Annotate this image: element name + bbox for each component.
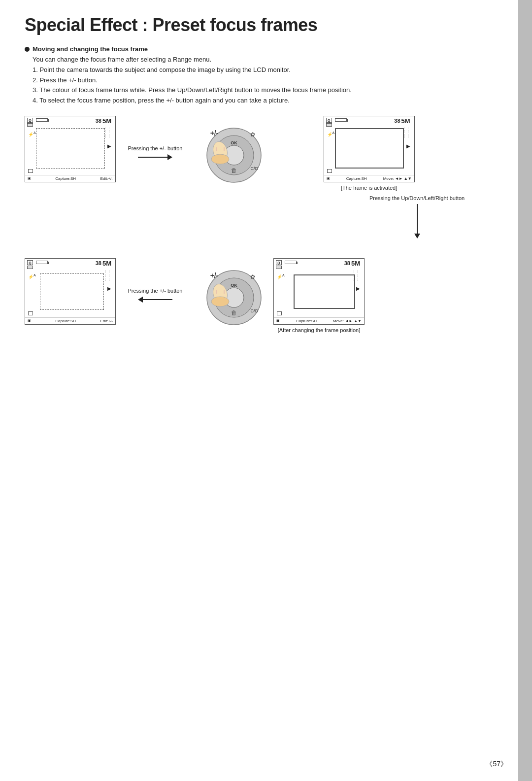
screen1-flash: ⚡A (28, 131, 36, 137)
arrow2 (138, 297, 172, 303)
screen1-square-icon (28, 169, 33, 173)
svg-text:D: D (255, 166, 259, 171)
screen2-square-icon (327, 169, 332, 173)
screen4-arrow: ▶ (356, 286, 360, 291)
svg-text:✿: ✿ (250, 273, 255, 280)
vert-arrow-caption: Pressing the Up/Down/Left/Right button (369, 195, 465, 202)
screen3-square-icon (28, 311, 33, 315)
screen4-solid-box (294, 274, 355, 309)
screen2-area: Q 38 5M ⋮⋮⋮⋮⋮⋮ ⚡A ▶ ▣ Capture:S (273, 116, 465, 238)
screen2-arrow: ▶ (406, 143, 410, 149)
vert-arrow (414, 204, 420, 238)
arrow1 (138, 154, 172, 160)
button-ctrl-2: OK ✿ +/- C/ D 🗑 (195, 258, 273, 334)
screen3-arrow: ▶ (107, 286, 111, 291)
bullet-title: Moving and changing the focus frame (25, 45, 507, 53)
bullet-section: Moving and changing the focus frame You … (25, 45, 507, 106)
screen4-flash: ⚡A (277, 273, 285, 279)
arrow2-caption: Pressing the +/- button (128, 288, 183, 294)
arrow1-caption: Pressing the +/- button (128, 145, 183, 151)
arrow1-area: Pressing the +/- button (116, 116, 195, 160)
svg-text:D: D (255, 308, 259, 313)
screen4-area: Q 38 5M ⋮⋮⋮⋮⋮⋮ ⚡A ▶ ▣ Capture:S (273, 258, 365, 333)
screen2-flash: ⚡A (327, 131, 335, 137)
diagram-container: Q 38 5M ⋮⋮⋮⋮⋮⋮ ⚡A ▶ (25, 116, 507, 334)
screen2-bottom-bar: ▣ Capture:SH Move: ◄► ▲▼ (324, 175, 414, 182)
svg-text:OK: OK (231, 283, 237, 288)
camera-screen-4: Q 38 5M ⋮⋮⋮⋮⋮⋮ ⚡A ▶ ▣ Capture:S (273, 258, 365, 325)
screen4-megapixel: 5M (351, 260, 360, 267)
screen3-flash: ⚡A (28, 273, 36, 279)
screen3-dots: ⋮⋮⋮⋮⋮⋮ (103, 270, 111, 281)
vert-arrow-section: Pressing the Up/Down/Left/Right button (273, 195, 465, 238)
screen1-bottom-bar: ▣ Capture:SH Edit:+/- (25, 175, 115, 182)
screen2-number: 38 (394, 118, 400, 124)
screen3-wrapper: Q 38 5M ⋮⋮⋮⋮⋮⋮ ⚡A ▶ ▣ Capture:S (25, 258, 116, 325)
screen1-wrapper: Q 38 5M ⋮⋮⋮⋮⋮⋮ ⚡A ▶ (25, 116, 116, 182)
screen3-megapixel: 5M (102, 260, 111, 267)
svg-text:C/: C/ (251, 166, 255, 171)
label-frame-activated: [The frame is activated] (341, 185, 397, 191)
screen4-square-icon (277, 311, 282, 315)
svg-text:+/-: +/- (210, 129, 219, 137)
screen2-solid-box (335, 128, 404, 169)
diagram-row-1: Q 38 5M ⋮⋮⋮⋮⋮⋮ ⚡A ▶ (25, 116, 507, 238)
svg-text:✿: ✿ (250, 131, 255, 138)
diagram-row-2: Q 38 5M ⋮⋮⋮⋮⋮⋮ ⚡A ▶ ▣ Capture:S (25, 258, 507, 334)
button-ctrl-1: OK ✿ +/- C/ D 🗑 (195, 116, 273, 191)
screen1-number: 38 (96, 118, 101, 124)
screen4-number: 38 (344, 260, 350, 266)
page-number: 《57》 (486, 760, 507, 769)
arrow2-area: Pressing the +/- button (116, 258, 195, 303)
screen3-bottom-bar: ▣ Capture:SH Edit:+/- (25, 317, 115, 324)
instructions: You can change the focus frame after sel… (33, 55, 507, 106)
camera-screen-1: Q 38 5M ⋮⋮⋮⋮⋮⋮ ⚡A ▶ (25, 116, 116, 182)
screen1-megapixel: 5M (102, 117, 111, 125)
screen3-number: 38 (96, 260, 101, 266)
vert-arrow-container: Pressing the Up/Down/Left/Right button (369, 195, 465, 238)
svg-text:OK: OK (231, 140, 237, 145)
page-title: Special Effect : Preset focus frames (25, 15, 507, 35)
svg-text:C/: C/ (251, 308, 255, 313)
svg-point-10 (211, 154, 229, 164)
svg-text:🗑: 🗑 (231, 167, 237, 174)
screen1-dashed-box (36, 128, 105, 169)
label-after-change: [After changing the frame position] (278, 327, 361, 333)
screen4-bottom-bar: ▣ Capture:SH Move: ◄► ▲▼ (274, 317, 364, 324)
screen2-megapixel: 5M (401, 117, 410, 125)
screen1-arrow: ▶ (107, 143, 111, 149)
svg-text:🗑: 🗑 (231, 309, 237, 316)
svg-point-23 (211, 297, 229, 306)
screen3-dashed-box (40, 273, 104, 310)
camera-screen-3: Q 38 5M ⋮⋮⋮⋮⋮⋮ ⚡A ▶ ▣ Capture:S (25, 258, 116, 325)
bullet-dot-icon (25, 47, 30, 52)
svg-text:+/-: +/- (210, 272, 219, 279)
camera-screen-2: Q 38 5M ⋮⋮⋮⋮⋮⋮ ⚡A ▶ ▣ Capture:S (324, 116, 415, 182)
sidebar-bar (518, 0, 532, 781)
